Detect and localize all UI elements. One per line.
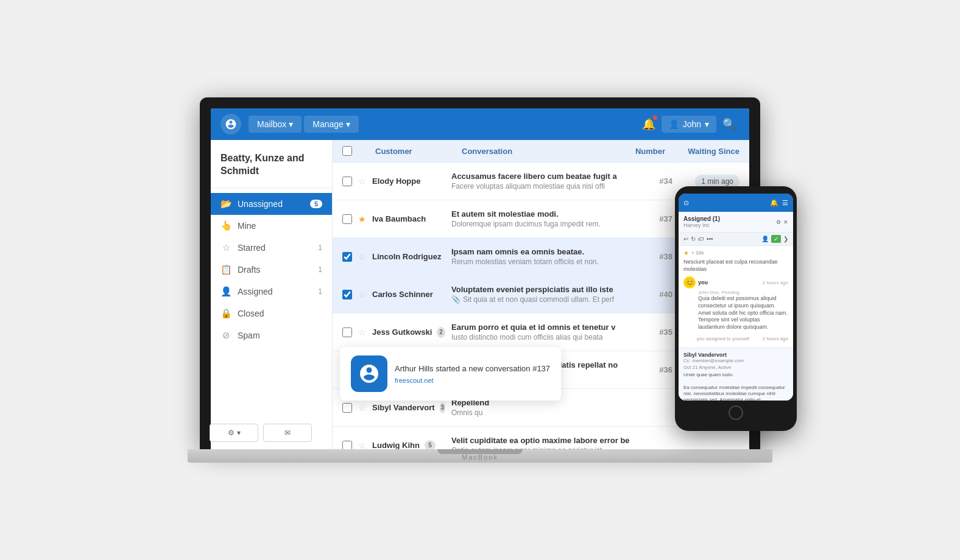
phone-msg-area: ★ + 336 Nesciunt placeat est culpa recus…: [679, 246, 793, 348]
sidebar-item-assigned[interactable]: 👤 Assigned 1: [211, 281, 332, 303]
check-icon[interactable]: ✓: [771, 235, 781, 243]
notification-badge: [652, 115, 658, 121]
customer-name: Lincoln Rodriguez: [372, 252, 445, 261]
sidebar-item-drafts[interactable]: 📋 Drafts 1: [211, 259, 332, 281]
conv-number: #40: [642, 290, 672, 299]
chevron-icon[interactable]: ❯: [783, 236, 788, 242]
notification-popup: Arthur Hills started a new conversation …: [340, 347, 561, 401]
star-toggle[interactable]: ☆: [358, 290, 366, 299]
sidebar-item-unassigned[interactable]: 📂 Unassigned 5: [211, 193, 332, 215]
sidebar-item-starred[interactable]: ☆ Starred 1: [211, 237, 332, 259]
conv-number: #35: [642, 327, 672, 337]
conv-body: Ipsam nam omnis ea omnis beatae. Rerum m…: [451, 247, 636, 266]
more-icon[interactable]: •••: [707, 236, 713, 242]
company-name: Beatty, Kunze and Schmidt: [211, 150, 332, 188]
conv-list-header: Customer Conversation Number Waiting Sin…: [333, 140, 749, 163]
phone-conv-subtitle: Harvey Inc: [683, 222, 720, 228]
sidebar-label: Spam: [238, 331, 322, 340]
bell-button[interactable]: 🔔: [638, 114, 659, 135]
sidebar-label: Closed: [238, 309, 322, 318]
conv-preview: Doloremque ipsam ducimus fuga impedit re…: [451, 220, 636, 228]
phone-conv-title: Assigned (1): [683, 215, 720, 222]
conv-number: #34: [642, 177, 672, 186]
star-toggle[interactable]: ☆: [358, 441, 366, 450]
compose-icon: ✉: [284, 429, 291, 437]
conv-preview: Facere voluptas aliquam molestiae quia n…: [451, 182, 636, 191]
conv-number: #37: [642, 214, 672, 223]
star-toggle[interactable]: ☆: [358, 403, 366, 413]
laptop-brand: MacBook: [462, 453, 498, 461]
conv-subject: Ipsam nam omnis ea omnis beatae.: [451, 247, 636, 256]
row-checkbox[interactable]: [342, 214, 352, 224]
settings-arrow: ▾: [237, 429, 241, 437]
assigned-count: 1: [318, 287, 322, 296]
settings-button[interactable]: ⚙ ▾: [211, 424, 258, 442]
conv-preview: Iusto distinctio modi cum officiis alias…: [451, 333, 636, 341]
popup-message: Arthur Hills started a new conversation …: [395, 363, 550, 374]
star-toggle[interactable]: ☆: [358, 252, 366, 262]
row-checkbox[interactable]: [342, 177, 352, 186]
phone-contact-name: Sibyl Vandervort: [683, 352, 788, 358]
popup-domain: freescout.net: [395, 377, 550, 384]
mailbox-menu[interactable]: Mailbox ▾: [249, 116, 302, 133]
conv-subject: Et autem sit molestiae modi.: [451, 209, 636, 219]
sidebar-item-mine[interactable]: 👆 Mine: [211, 215, 332, 237]
folder-icon: 📂: [221, 198, 231, 209]
sidebar: Beatty, Kunze and Schmidt 📂 Unassigned 5…: [211, 140, 333, 449]
phone-top-bar: ⊙ 🔔 ☰: [679, 194, 793, 212]
row-checkbox[interactable]: [342, 403, 352, 413]
conv-body: Earum porro et quia et id omnis et tenet…: [451, 323, 636, 341]
row-checkbox[interactable]: [342, 327, 352, 337]
sidebar-label: Mine: [238, 221, 322, 231]
col-waiting-header: Waiting Since: [672, 147, 739, 156]
phone-msg-body: Quia deleiti est possimus aliquid consec…: [683, 295, 788, 331]
col-conversation-header: Conversation: [462, 147, 615, 156]
hand-icon: 👆: [221, 220, 231, 231]
conv-body: Et autem sit molestiae modi. Doloremque …: [451, 209, 636, 228]
phone-msg-time: 2 hours ago: [763, 280, 788, 285]
user-menu[interactable]: 👤 John ▾: [662, 116, 716, 133]
person-icon[interactable]: 👤: [761, 236, 769, 242]
conv-badge: 5: [425, 440, 436, 450]
star-toggle[interactable]: ★: [358, 214, 366, 224]
phone-logo: ⊙: [683, 199, 689, 207]
sidebar-item-spam[interactable]: ⊘ Spam: [211, 324, 332, 346]
manage-menu[interactable]: Manage ▾: [304, 116, 359, 133]
sidebar-label: Assigned: [238, 287, 312, 296]
conv-subject: Earum porro et quia et id omnis et tenet…: [451, 323, 636, 332]
select-all-checkbox[interactable]: [342, 146, 352, 156]
conv-badge: 3: [440, 402, 445, 413]
phone-star-icon: ★: [683, 250, 689, 256]
person-icon: 👤: [221, 286, 231, 297]
reply-icon[interactable]: ↩: [683, 236, 688, 242]
mailbox-label: Mailbox: [257, 119, 286, 129]
conv-preview: Rerum molestias veniam totam officiis et…: [451, 257, 636, 266]
search-button[interactable]: 🔍: [719, 114, 739, 135]
phone-avatar: 😊: [683, 276, 696, 289]
star-toggle[interactable]: ☆: [358, 327, 366, 337]
sidebar-label: Starred: [238, 243, 312, 253]
sidebar-item-closed[interactable]: 🔒 Closed: [211, 303, 332, 324]
starred-count: 1: [318, 243, 322, 252]
phone-home-button[interactable]: [729, 405, 743, 420]
user-label: John: [683, 119, 701, 129]
row-checkbox[interactable]: [342, 290, 352, 299]
phone-contact: Sibyl Vandervort Cc: member@example.com …: [679, 348, 793, 401]
phone-menu-icon: ☰: [782, 199, 788, 207]
refresh-icon[interactable]: ↻: [691, 236, 696, 242]
row-checkbox[interactable]: [342, 252, 352, 262]
tag-icon[interactable]: 🏷: [698, 236, 704, 242]
compose-button[interactable]: ✉: [263, 424, 312, 442]
phone-msg-status: John Doe, Pending: [683, 290, 788, 295]
attachment-icon: 📎: [451, 295, 461, 304]
conv-subject: Velit cupiditate ea optio maxime labore …: [451, 436, 636, 445]
row-checkbox[interactable]: [342, 441, 352, 450]
customer-name: Carlos Schinner: [372, 290, 445, 299]
gear-icon: ⚙: [228, 429, 235, 437]
unassigned-badge: 5: [310, 200, 322, 208]
app-logo[interactable]: [221, 114, 241, 135]
customer-name: Sibyl Vandervort 3: [372, 402, 445, 413]
star-toggle[interactable]: ☆: [358, 177, 366, 186]
col-number-header: Number: [623, 147, 665, 156]
customer-name: Iva Baumbach: [372, 214, 445, 223]
